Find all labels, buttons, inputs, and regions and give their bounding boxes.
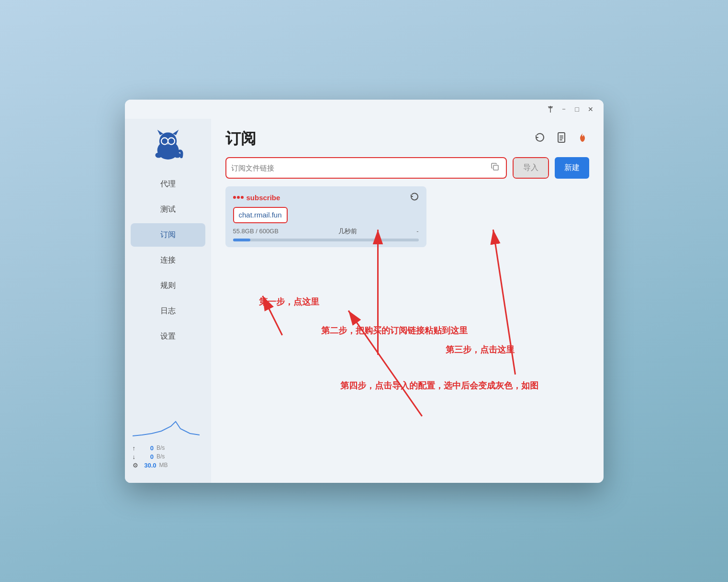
titlebar-controls: － □ ✕ <box>545 104 596 114</box>
maximize-button[interactable]: □ <box>572 104 582 114</box>
step1-annotation: 第一步，点这里 <box>259 296 319 308</box>
svg-line-23 <box>493 229 515 374</box>
upload-icon: ↑ <box>133 445 136 452</box>
refresh-icon-btn[interactable] <box>533 130 547 147</box>
sidebar-item-logs[interactable]: 日志 <box>131 299 205 323</box>
upload-speed-unit: B/s <box>157 445 165 451</box>
new-button[interactable]: 新建 <box>555 157 589 179</box>
speed-chart <box>133 417 203 441</box>
speed-monitor: ↑ 0 B/s ↓ 0 B/s ⚙ 30.0 MB <box>125 412 211 478</box>
import-button[interactable]: 导入 <box>514 158 548 178</box>
memory-unit: MB <box>159 462 168 468</box>
sidebar-item-settings[interactable]: 设置 <box>131 325 205 348</box>
sidebar-item-connect[interactable]: 连接 <box>131 249 205 272</box>
dot1 <box>233 196 236 199</box>
download-speed-value: 0 <box>138 453 154 460</box>
svg-rect-19 <box>493 165 498 170</box>
sidebar-item-subscribe[interactable]: 订阅 <box>131 223 205 247</box>
sub-card-header: subscribe <box>233 192 419 203</box>
url-input[interactable] <box>231 159 489 177</box>
logo-area <box>125 124 211 171</box>
download-speed-row: ↓ 0 B/s <box>133 453 203 460</box>
progress-bar-bg <box>233 239 419 241</box>
progress-bar-fill <box>233 239 250 241</box>
dot3 <box>241 196 244 199</box>
sub-tag-dots <box>233 196 244 199</box>
sub-tag-label: subscribe <box>246 194 280 202</box>
svg-point-14 <box>174 152 180 158</box>
sidebar-item-proxy[interactable]: 代理 <box>131 172 205 196</box>
main-window: － □ ✕ <box>125 100 604 483</box>
sub-tag: subscribe <box>233 194 280 202</box>
titlebar: － □ ✕ <box>125 100 604 119</box>
main-layout: 代理 测试 订阅 连接 规则 日志 设置 <box>125 119 604 483</box>
sub-dash: - <box>416 228 418 235</box>
download-icon: ↓ <box>133 453 136 460</box>
close-button[interactable]: ✕ <box>585 104 596 114</box>
document-icon-btn[interactable] <box>555 130 568 147</box>
sub-usage: 55.8GB / 600GB <box>233 228 279 235</box>
sub-refresh-button[interactable] <box>410 192 419 203</box>
minimize-button[interactable]: － <box>559 104 569 114</box>
upload-speed-value: 0 <box>138 445 154 452</box>
step3-annotation: 第三步，点击这里 <box>446 344 515 355</box>
app-logo <box>151 128 185 162</box>
subscription-card[interactable]: subscribe chat.rmail.fun 55.8GB / 600GB … <box>225 186 426 247</box>
svg-line-24 <box>348 310 422 416</box>
memory-value: 30.0 <box>141 462 157 469</box>
sub-meta: 55.8GB / 600GB 几秒前 - <box>233 227 419 236</box>
svg-marker-6 <box>172 129 179 135</box>
svg-marker-5 <box>157 129 163 135</box>
memory-row: ⚙ 30.0 MB <box>133 462 203 469</box>
pin-button[interactable] <box>545 104 556 114</box>
content-area: 订阅 <box>211 119 604 483</box>
svg-point-13 <box>155 152 162 158</box>
sub-time: 几秒前 <box>338 227 357 236</box>
content-header: 订阅 <box>225 128 589 149</box>
step4-annotation: 第四步，点击导入的配置，选中后会变成灰色，如图 <box>340 380 538 391</box>
svg-point-12 <box>167 143 168 144</box>
svg-line-21 <box>262 296 282 335</box>
copy-icon[interactable] <box>489 160 501 175</box>
download-speed-unit: B/s <box>157 453 165 460</box>
upload-speed-row: ↑ 0 B/s <box>133 445 203 452</box>
sidebar-item-rules[interactable]: 规则 <box>131 274 205 297</box>
dot2 <box>237 196 240 199</box>
sidebar-item-test[interactable]: 测试 <box>131 198 205 221</box>
page-title: 订阅 <box>225 128 256 149</box>
sub-name-box: chat.rmail.fun <box>233 207 288 223</box>
step2-annotation: 第二步，把购买的订阅链接粘贴到这里 <box>321 325 468 336</box>
sub-name: chat.rmail.fun <box>239 211 282 219</box>
flame-icon-btn[interactable] <box>576 130 589 147</box>
memory-icon: ⚙ <box>133 462 138 469</box>
sidebar: 代理 测试 订阅 连接 规则 日志 设置 <box>125 119 211 483</box>
header-actions <box>533 130 589 147</box>
